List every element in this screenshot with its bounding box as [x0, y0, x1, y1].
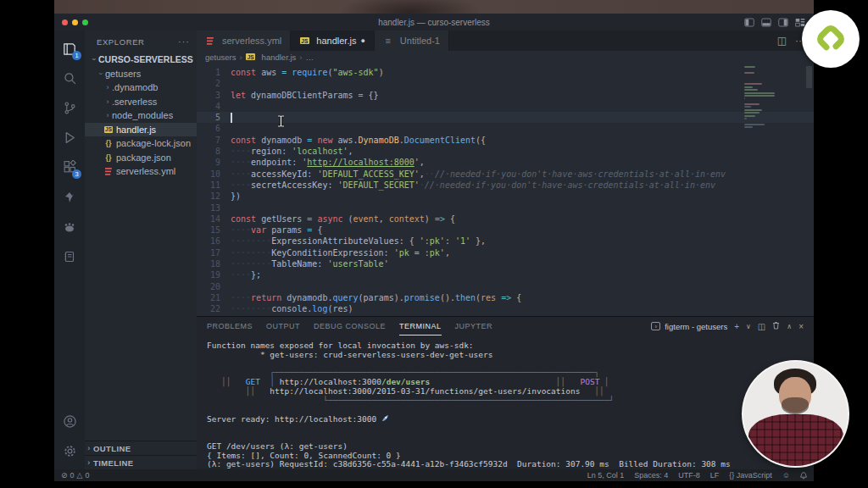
- code-line[interactable]: 16········ExpressionAttributeValues: { '…: [197, 236, 814, 247]
- status-item-0[interactable]: Ln 5, Col 1: [587, 471, 625, 480]
- panel-tab-problems[interactable]: PROBLEMS: [207, 317, 253, 336]
- terminal-dropdown-icon[interactable]: ∨: [746, 323, 751, 330]
- toggle-secondary-sidebar-icon[interactable]: [778, 18, 788, 27]
- errors-count: 0: [70, 471, 75, 480]
- code-line[interactable]: 18········TableName: 'usersTable': [197, 258, 814, 269]
- breadcrumb-item[interactable]: getusers: [205, 53, 236, 62]
- code-line[interactable]: 21····return dynamodb.query(params).prom…: [197, 292, 814, 303]
- tree-item-handler.js[interactable]: JShandler.js: [85, 123, 197, 137]
- code-line[interactable]: 1const aws = require("aws-sdk"): [197, 67, 814, 78]
- customize-layout-icon[interactable]: [795, 18, 805, 27]
- editor-scrollbar[interactable]: [806, 66, 812, 88]
- terminal-selector[interactable]: › figterm - getusers: [651, 322, 727, 331]
- line-number: 11: [197, 180, 231, 191]
- tree-item-.serverless[interactable]: ›.serverless: [85, 95, 197, 109]
- sidebar-item-extension-c[interactable]: [54, 241, 85, 271]
- code-line[interactable]: 22········console.log(res): [197, 303, 814, 314]
- breadcrumb-item[interactable]: handler.js: [262, 53, 297, 62]
- status-item-1[interactable]: Spaces: 4: [634, 471, 668, 480]
- code-line[interactable]: 11····secretAccessKey: 'DEFAULT_SECRET'·…: [197, 180, 814, 191]
- settings-gear-icon[interactable]: [54, 436, 85, 466]
- split-terminal-icon[interactable]: ◫: [758, 322, 765, 331]
- breadcrumb: getusers›JShandler.js›…: [197, 51, 814, 63]
- split-editor-icon[interactable]: ◫: [777, 35, 787, 47]
- code-line[interactable]: 15····var params = {: [197, 225, 814, 236]
- background-video-strip: [54, 0, 814, 14]
- code-line[interactable]: 19····};: [197, 269, 814, 280]
- tree-item-serverless.yml[interactable]: serverless.yml: [85, 164, 197, 179]
- toggle-panel-icon[interactable]: [761, 18, 771, 27]
- layout-controls: [744, 18, 814, 27]
- code-line[interactable]: 3let dynamoDBClientParams = {}: [197, 90, 814, 101]
- terminal[interactable]: Function names exposed for local invocat…: [197, 336, 814, 479]
- feedback-smiley-icon[interactable]: ☺: [782, 471, 790, 480]
- code-editor[interactable]: 1const aws = require("aws-sdk")23let dyn…: [197, 63, 814, 316]
- new-terminal-icon[interactable]: +: [734, 322, 739, 331]
- minimap-line: [744, 92, 775, 94]
- maximize-panel-icon[interactable]: ∧: [787, 323, 792, 330]
- minimap-line: [744, 124, 765, 125]
- explorer-more-actions-icon[interactable]: ···: [178, 36, 190, 47]
- status-item-4[interactable]: {} JavaScript: [729, 471, 772, 480]
- video-frame: handler.js — curso-serverless 1: [0, 0, 868, 488]
- tree-item-node_modules[interactable]: ›node_modules: [85, 108, 197, 123]
- tree-item-getusers[interactable]: ›getusers: [85, 67, 197, 81]
- sidebar-item-extension-a[interactable]: [54, 182, 85, 212]
- kill-terminal-icon[interactable]: [772, 321, 780, 331]
- serverless-file-icon: [205, 37, 215, 45]
- line-number: 13: [197, 202, 231, 214]
- status-right: Ln 5, Col 1Spaces: 4UTF-8LF{} JavaScript…: [587, 471, 807, 480]
- code-line[interactable]: 2: [197, 78, 814, 89]
- breadcrumb-item[interactable]: …: [305, 53, 314, 62]
- panel-tab-output[interactable]: OUTPUT: [266, 317, 300, 336]
- extensions-badge: 3: [72, 169, 81, 179]
- code-line[interactable]: 10····accessKeyId: 'DEFAULT_ACCESS_KEY',…: [197, 169, 814, 180]
- code-line[interactable]: 12}): [197, 191, 814, 202]
- code-line[interactable]: 7const dynamodb = new aws.DynamoDB.Docum…: [197, 135, 814, 146]
- chevron-right-icon: ›: [103, 97, 112, 106]
- warnings-count: 0: [85, 471, 89, 480]
- sidebar-item-search[interactable]: [54, 64, 85, 93]
- code-line[interactable]: 8····region: 'localhost',: [197, 146, 814, 157]
- editor-column: serverless.ymlJShandler.js●≡Untitled-1 ◫…: [197, 30, 814, 469]
- tree-item-package.json[interactable]: {}package.json: [85, 151, 197, 165]
- minimap[interactable]: [744, 66, 776, 130]
- problems-status[interactable]: ⊘0 △0: [61, 471, 90, 480]
- code-line[interactable]: 9····endpoint: 'http://localhost:8000',: [197, 157, 814, 168]
- tree-item-package-lock.json[interactable]: {}package-lock.json: [85, 136, 197, 151]
- sidebar-item-extension-b[interactable]: [54, 212, 85, 241]
- sidebar-item-explorer[interactable]: 1: [54, 34, 85, 64]
- tree-item-.dynamodb[interactable]: ›.dynamodb: [85, 80, 197, 95]
- tree-item-curso-serverless[interactable]: ›CURSO-SERVERLESS: [85, 53, 197, 67]
- line-number: 18: [197, 258, 231, 269]
- code-line[interactable]: 17········KeyConditionExpression: 'pk = …: [197, 247, 814, 258]
- status-item-3[interactable]: LF: [710, 471, 720, 480]
- sidebar-panel-outline[interactable]: ›OUTLINE: [85, 441, 197, 455]
- sidebar-item-run-debug[interactable]: [54, 123, 85, 152]
- sidebar-item-source-control[interactable]: [54, 93, 85, 123]
- panel-tab-jupyter[interactable]: JUPYTER: [455, 317, 493, 336]
- tab-untitled-1[interactable]: ≡Untitled-1: [375, 30, 449, 51]
- code-line[interactable]: 13: [197, 202, 814, 214]
- minimap-line: [744, 97, 745, 99]
- minimap-line: [744, 66, 755, 68]
- code-line[interactable]: 20: [197, 281, 814, 292]
- panel-tab-debug-console[interactable]: DEBUG CONSOLE: [314, 317, 386, 336]
- panel-tab-terminal[interactable]: TERMINAL: [399, 317, 442, 336]
- sidebar-panel-timeline[interactable]: ›TIMELINE: [85, 455, 197, 469]
- sidebar-item-extensions[interactable]: 3: [54, 152, 85, 182]
- code-line[interactable]: 4: [197, 101, 814, 112]
- accounts-icon[interactable]: [54, 407, 85, 436]
- status-item-2[interactable]: UTF-8: [678, 471, 700, 480]
- tab-serverless.yml[interactable]: serverless.yml: [197, 30, 291, 51]
- plain-file-icon: ≡: [383, 36, 393, 46]
- tab-handler.js[interactable]: JShandler.js●: [291, 30, 375, 51]
- code-line[interactable]: 5: [197, 112, 814, 123]
- close-panel-icon[interactable]: ×: [798, 322, 804, 331]
- code-line[interactable]: 14const getUsers = async (event, context…: [197, 214, 814, 225]
- toggle-sidebar-icon[interactable]: [744, 18, 754, 27]
- tree-item-label: handler.js: [116, 125, 156, 135]
- code-line[interactable]: 6: [197, 123, 814, 134]
- notifications-bell-icon[interactable]: [800, 472, 807, 480]
- terminal-icon: ›: [651, 322, 660, 330]
